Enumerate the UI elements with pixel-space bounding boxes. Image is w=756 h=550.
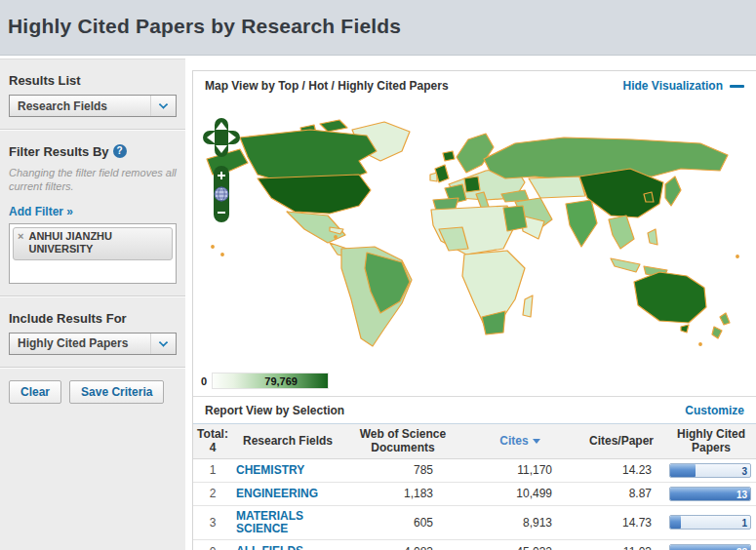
cites-value: 45,032: [462, 540, 577, 550]
filter-note: Changing the filter field removes all cu…: [9, 166, 177, 194]
cites-per-paper-value: 14.73: [577, 505, 665, 539]
highly-cited-bar: 1: [669, 515, 751, 530]
cites-value: 11,170: [462, 458, 577, 482]
table-row: 2 ENGINEERING 1,183 10,499 8.87 13: [193, 482, 756, 505]
main-panel: Map View by Top / Hot / Highly Cited Pap…: [192, 70, 756, 550]
results-list-select[interactable]: Research Fields: [9, 95, 177, 117]
filter-section: Filter Results By? Changing the filter f…: [0, 131, 185, 295]
results-list-label: Results List: [9, 73, 177, 88]
map-view-title: Map View by Top / Hot / Highly Cited Pap…: [205, 79, 449, 93]
report-view-header: Report View by Selection Customize: [193, 396, 756, 423]
legend-min-value: 0: [201, 375, 207, 387]
filter-label: Filter Results By: [9, 144, 109, 159]
map-area: 0 79,769: [193, 100, 756, 396]
field-link[interactable]: ALL FIELDS: [236, 544, 303, 550]
total-header: Total: 4: [193, 424, 232, 459]
map-zoom-control[interactable]: [214, 166, 229, 222]
wos-documents-value: 605: [343, 505, 462, 539]
cites-per-paper-value: 11.03: [577, 540, 665, 550]
map-view-header: Map View by Top / Hot / Highly Cited Pap…: [193, 71, 756, 100]
field-link[interactable]: CHEMISTRY: [236, 463, 304, 477]
row-rank: 1: [193, 458, 232, 482]
chevron-down-icon: [150, 96, 176, 116]
filter-tag: × ANHUI JIANZHU UNIVERSITY: [13, 227, 173, 261]
add-filter-link[interactable]: Add Filter »: [9, 205, 73, 218]
table-row: 3 MATERIALS SCIENCE 605 8,913 14.73 1: [193, 505, 756, 539]
chevron-down-icon: [150, 334, 176, 354]
sort-desc-icon: [533, 439, 540, 444]
map-legend: 0 79,769: [201, 373, 329, 389]
cites-per-paper-value: 8.87: [577, 482, 665, 505]
remove-filter-icon[interactable]: ×: [18, 230, 23, 257]
highly-cited-bar: 38: [669, 544, 751, 550]
field-link[interactable]: MATERIALS SCIENCE: [236, 509, 303, 535]
row-rank: 0: [193, 540, 232, 550]
save-criteria-button[interactable]: Save Criteria: [69, 380, 164, 404]
results-list-selected-value: Research Fields: [10, 99, 107, 113]
column-header-research-fields[interactable]: Research Fields: [232, 424, 343, 459]
cites-per-paper-value: 14.23: [577, 458, 665, 482]
wos-documents-value: 785: [343, 458, 462, 482]
legend-max-value: 79,769: [264, 375, 298, 387]
cites-value: 8,913: [462, 505, 577, 539]
highly-cited-value: 3: [741, 464, 747, 478]
highly-cited-value: 13: [736, 488, 747, 501]
highly-cited-bar: 3: [669, 463, 751, 478]
report-view-title: Report View by Selection: [205, 404, 344, 417]
column-header-cites-per-paper[interactable]: Cites/Paper: [577, 424, 665, 459]
world-map[interactable]: [193, 100, 756, 364]
field-link[interactable]: ENGINEERING: [236, 487, 318, 500]
table-row: 1 CHEMISTRY 785 11,170 14.23 3: [193, 458, 756, 482]
cites-value: 10,499: [462, 482, 577, 505]
highly-cited-value: 1: [741, 516, 747, 530]
include-results-select[interactable]: Highly Cited Papers: [9, 333, 177, 355]
table-header-row: Total: 4 Research Fields Web of Science …: [193, 424, 756, 459]
table-row: 0 ALL FIELDS 4,083 45,032 11.03 38: [193, 540, 756, 550]
page-title: Highly Cited Papers by Research Fields: [0, 0, 756, 38]
highly-cited-value: 38: [736, 545, 747, 550]
help-icon[interactable]: ?: [113, 144, 127, 158]
sidebar: Results List Research Fields Filter Resu…: [0, 59, 185, 550]
column-header-wos-documents[interactable]: Web of Science Documents: [343, 424, 462, 459]
include-results-section: Include Results For Highly Cited Papers: [0, 297, 185, 367]
row-rank: 2: [193, 482, 232, 505]
customize-link[interactable]: Customize: [685, 404, 744, 417]
filter-list-box[interactable]: × ANHUI JIANZHU UNIVERSITY: [9, 223, 177, 284]
include-results-label: Include Results For: [9, 311, 177, 326]
sidebar-buttons: Clear Save Criteria: [0, 369, 185, 415]
map-controls: [203, 118, 242, 226]
filter-tag-label: ANHUI JIANZHU UNIVERSITY: [28, 230, 168, 257]
wos-documents-value: 4,083: [343, 540, 462, 550]
wos-documents-value: 1,183: [343, 482, 462, 505]
column-header-cites[interactable]: Cites: [462, 424, 577, 459]
row-rank: 3: [193, 505, 232, 539]
legend-gradient-bar: 79,769: [212, 373, 329, 389]
hide-visualization-link[interactable]: Hide Visualization: [623, 79, 723, 93]
clear-button[interactable]: Clear: [9, 380, 61, 404]
include-results-selected-value: Highly Cited Papers: [10, 336, 128, 350]
results-list-section: Results List Research Fields: [0, 59, 185, 129]
highly-cited-bar: 13: [669, 487, 751, 501]
page-header: Highly Cited Papers by Research Fields: [0, 0, 756, 56]
column-header-highly-cited-papers[interactable]: Highly Cited Papers: [665, 424, 756, 459]
report-table: Total: 4 Research Fields Web of Science …: [193, 423, 756, 550]
globe-icon: [215, 187, 228, 201]
map-pan-control[interactable]: [203, 118, 240, 157]
zoom-out-icon: [218, 212, 225, 214]
collapse-icon[interactable]: [730, 85, 744, 88]
